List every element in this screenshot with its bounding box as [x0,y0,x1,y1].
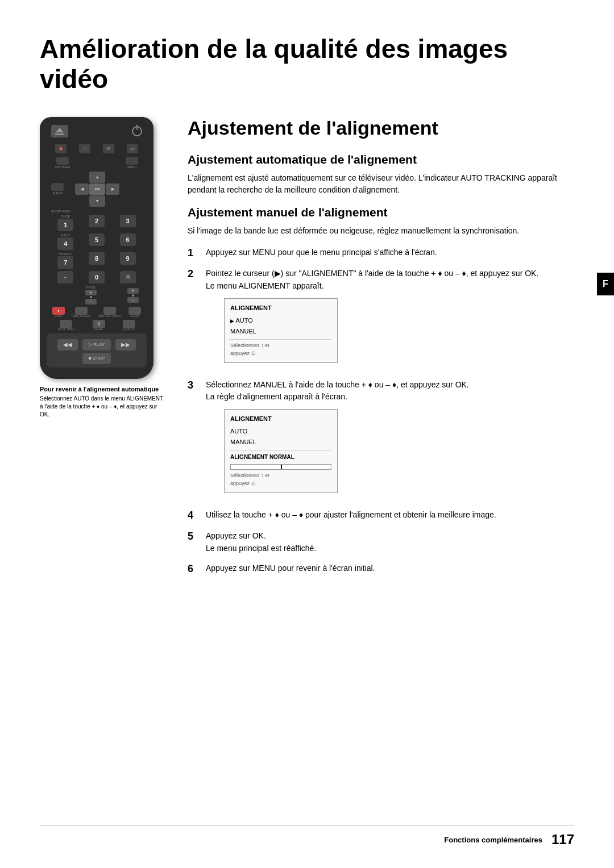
osd-2-submenu-title: ALIGNEMENT NORMAL [230,453,331,462]
mute-icon[interactable]: 🔇 [55,144,67,153]
subsection-body-1: L'alignement est ajusté automatiquement … [188,172,574,197]
osd-menu-2: ALIGNEMENT AUTO MANUEL ALIGNEMENT NORMAL… [224,409,338,493]
eject-button[interactable] [51,125,68,137]
osd-2-title: ALIGNEMENT [230,414,331,424]
on-timer-button[interactable] [56,157,69,165]
osd-1-auto: AUTO [230,315,331,326]
osd-2-auto: AUTO [230,426,331,437]
num-prev-button[interactable]: ← [57,271,73,283]
num2-button[interactable]: 2 [89,215,105,227]
timer-screen-group: TIMER SCREEN [72,307,91,318]
pause-group: ⏸ PAUSE [93,320,105,331]
prog-plus-button[interactable]: + [85,290,97,295]
nav-cluster: OK [75,172,118,207]
step-4-text: Utilisez la touche + ♦ ou – ♦ pour ajust… [206,510,496,519]
osd-1-manuel: MANUEL [230,326,331,337]
ch-control: + – [127,288,139,303]
ch-plus-button[interactable]: + [127,288,139,294]
stop-button[interactable]: ■ STOP [82,353,111,364]
num9-button[interactable]: 9 [120,252,136,265]
subsection-body-2: Si l'image de la bande lue est déformée … [188,225,574,237]
content-area: 🔇 □ ⊟ ◁▷ ON TIMER MENU [40,117,574,585]
ch-dot [132,294,134,297]
counter-reset-button[interactable] [123,320,135,328]
step-2-content: Pointez le curseur (▶) sur "ALIGNEMENT" … [206,268,574,370]
osd-2-divider [230,450,331,450]
step-6-text: Appuyez sur MENU pour revenir à l'écran … [206,564,375,573]
prog-minus-button[interactable]: – [85,299,97,304]
osd-menu-1: ALIGNEMENT AUTO MANUEL Sélectionnez ↕ et… [224,298,338,363]
av-icon[interactable]: ◁▷ [127,144,138,153]
display-icon[interactable]: ⊟ [103,144,114,153]
steps-list: 1 Appuyez sur MENU pour que le menu prin… [188,247,574,576]
f-tab: F [597,273,614,295]
sleep-button[interactable] [51,183,64,191]
ff-button[interactable]: ▶▶ [115,339,136,350]
num5-button[interactable]: 5 [89,233,105,246]
pause-button[interactable]: ⏸ [93,320,105,328]
num3-button[interactable]: 3 [120,215,136,227]
subsection-title-1: Ajustement automatique de l'alignement [188,153,574,166]
timer-screen-button[interactable] [75,307,88,315]
quick-timer-group: QUICK TIMER [58,320,74,331]
rec-group: ● ●REC [52,307,65,318]
main-title: Amélioration de la qualité des images vi… [40,34,574,94]
sleep-label: SLEEP [52,191,63,195]
remote-control: 🔇 □ ⊟ ◁▷ ON TIMER MENU [40,117,154,379]
clear-button[interactable] [128,307,141,315]
step-2-num: 2 [188,268,199,370]
nav-left-button[interactable] [75,183,89,195]
nav-up-button[interactable] [89,172,105,183]
menu-button[interactable] [126,157,138,165]
page-container: Amélioration de la qualité des images vi… [0,0,614,868]
timer-screen-label: TIMER SCREEN [72,315,91,318]
transport-row-1: ◀◀ ▷ PLAY ▶▶ [49,339,144,350]
nav-down-button[interactable] [89,195,105,207]
remote-caption: Pour revenir à l'alignement automatique … [40,386,165,419]
osd-1-divider [230,339,331,340]
play-button[interactable]: ▷ PLAY [82,339,111,350]
nav-ok-button[interactable]: OK [89,183,105,195]
num6-button[interactable]: 6 [120,233,136,246]
step-5-text: Appuyez sur OK. [206,531,266,540]
ch-minus-button[interactable]: – [127,297,139,303]
weekly-label: WEEKLY [59,252,72,256]
left-column: 🔇 □ ⊟ ◁▷ ON TIMER MENU [40,117,165,419]
clear-group: CLEAR [128,307,141,318]
action-buttons-row: ● ●REC TIMER SCREEN TIMER REC ON/OFF [47,307,147,318]
timer-rec-label: TIMER REC ON/OFF [97,315,122,318]
secondary-buttons-row: QUICK TIMER ⏸ PAUSE COUNTER [47,320,147,331]
num0-button[interactable]: 0 [89,271,105,283]
on-timer-label: ON TIMER [55,165,70,169]
rec-button[interactable]: ● [52,307,65,315]
prog-label: PROG [86,286,96,289]
rew-button[interactable]: ◀◀ [57,339,78,350]
step-4-content: Utilisez la touche + ♦ ou – ♦ pour ajust… [206,509,574,522]
num8-button[interactable]: 8 [89,252,105,265]
step-3-num: 3 [188,379,199,501]
prog-row: PROG + – + – [47,286,147,304]
step-4: 4 Utilisez la touche + ♦ ou – ♦ pour aju… [188,509,574,522]
timer-rec-button[interactable] [103,307,116,315]
caption-text: Sélectionnez AUTO dans le menu ALIGNEMEN… [40,395,165,419]
show-view-label: SHOW VIEW [51,210,70,213]
num7-button[interactable]: 7 [57,256,73,269]
power-button[interactable] [132,126,142,136]
osd-2-manuel: MANUEL [230,437,331,448]
quick-timer-button[interactable] [60,320,72,328]
num1-button[interactable]: 1 [57,219,73,231]
caption-title: Pour revenir à l'alignement automatique [40,386,165,393]
tv-icon[interactable]: □ [79,144,90,153]
pause-label: PAUSE [94,328,103,331]
num-disp-button[interactable]: ⊡ [120,271,136,283]
step-1-text: Appuyez sur MENU pour que le menu princi… [206,248,437,257]
nav-right-button[interactable] [106,183,119,195]
transport-row-2: ■ STOP [49,353,144,364]
num4-button[interactable]: 4 [57,237,73,250]
page-footer: Fonctions complémentaires 117 [40,825,574,848]
step-3-sub: La règle d'alignement apparaît à l'écran… [206,392,347,401]
counter-reset-group: COUNTER [123,320,135,331]
icons-row: 🔇 □ ⊟ ◁▷ [47,143,147,155]
step-3: 3 Sélectionnez MANUEL à l'aide de la tou… [188,379,574,501]
footer-section-label: Fonctions complémentaires [444,836,542,844]
